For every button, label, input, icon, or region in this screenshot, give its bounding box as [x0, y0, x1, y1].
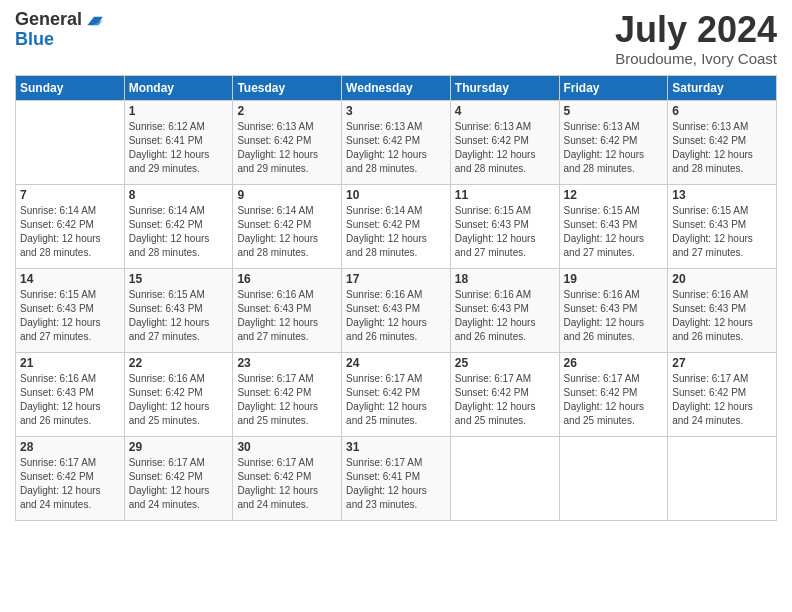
calendar-cell: 28Sunrise: 6:17 AM Sunset: 6:42 PM Dayli…: [16, 436, 125, 520]
day-info: Sunrise: 6:16 AM Sunset: 6:43 PM Dayligh…: [564, 288, 664, 344]
day-number: 16: [237, 272, 337, 286]
calendar-cell: [450, 436, 559, 520]
day-info: Sunrise: 6:14 AM Sunset: 6:42 PM Dayligh…: [346, 204, 446, 260]
logo: General Blue: [15, 10, 104, 50]
calendar-cell: 27Sunrise: 6:17 AM Sunset: 6:42 PM Dayli…: [668, 352, 777, 436]
day-number: 14: [20, 272, 120, 286]
header-day-saturday: Saturday: [668, 75, 777, 100]
day-info: Sunrise: 6:16 AM Sunset: 6:43 PM Dayligh…: [672, 288, 772, 344]
day-number: 28: [20, 440, 120, 454]
calendar-cell: 11Sunrise: 6:15 AM Sunset: 6:43 PM Dayli…: [450, 184, 559, 268]
day-info: Sunrise: 6:17 AM Sunset: 6:42 PM Dayligh…: [346, 372, 446, 428]
calendar-cell: 26Sunrise: 6:17 AM Sunset: 6:42 PM Dayli…: [559, 352, 668, 436]
day-number: 2: [237, 104, 337, 118]
day-number: 24: [346, 356, 446, 370]
header-row: SundayMondayTuesdayWednesdayThursdayFrid…: [16, 75, 777, 100]
day-info: Sunrise: 6:14 AM Sunset: 6:42 PM Dayligh…: [20, 204, 120, 260]
calendar-cell: 9Sunrise: 6:14 AM Sunset: 6:42 PM Daylig…: [233, 184, 342, 268]
day-info: Sunrise: 6:13 AM Sunset: 6:42 PM Dayligh…: [237, 120, 337, 176]
calendar-table: SundayMondayTuesdayWednesdayThursdayFrid…: [15, 75, 777, 521]
week-row-5: 28Sunrise: 6:17 AM Sunset: 6:42 PM Dayli…: [16, 436, 777, 520]
day-info: Sunrise: 6:17 AM Sunset: 6:42 PM Dayligh…: [20, 456, 120, 512]
calendar-cell: 22Sunrise: 6:16 AM Sunset: 6:42 PM Dayli…: [124, 352, 233, 436]
calendar-cell: 2Sunrise: 6:13 AM Sunset: 6:42 PM Daylig…: [233, 100, 342, 184]
day-number: 15: [129, 272, 229, 286]
day-info: Sunrise: 6:15 AM Sunset: 6:43 PM Dayligh…: [20, 288, 120, 344]
calendar-cell: 25Sunrise: 6:17 AM Sunset: 6:42 PM Dayli…: [450, 352, 559, 436]
calendar-cell: 21Sunrise: 6:16 AM Sunset: 6:43 PM Dayli…: [16, 352, 125, 436]
day-number: 19: [564, 272, 664, 286]
day-number: 17: [346, 272, 446, 286]
day-number: 22: [129, 356, 229, 370]
day-number: 4: [455, 104, 555, 118]
calendar-cell: 14Sunrise: 6:15 AM Sunset: 6:43 PM Dayli…: [16, 268, 125, 352]
day-number: 26: [564, 356, 664, 370]
day-info: Sunrise: 6:17 AM Sunset: 6:42 PM Dayligh…: [672, 372, 772, 428]
day-info: Sunrise: 6:17 AM Sunset: 6:41 PM Dayligh…: [346, 456, 446, 512]
calendar-cell: 20Sunrise: 6:16 AM Sunset: 6:43 PM Dayli…: [668, 268, 777, 352]
week-row-1: 1Sunrise: 6:12 AM Sunset: 6:41 PM Daylig…: [16, 100, 777, 184]
day-number: 5: [564, 104, 664, 118]
calendar-cell: 19Sunrise: 6:16 AM Sunset: 6:43 PM Dayli…: [559, 268, 668, 352]
day-info: Sunrise: 6:12 AM Sunset: 6:41 PM Dayligh…: [129, 120, 229, 176]
calendar-cell: 30Sunrise: 6:17 AM Sunset: 6:42 PM Dayli…: [233, 436, 342, 520]
day-number: 21: [20, 356, 120, 370]
calendar-cell: 8Sunrise: 6:14 AM Sunset: 6:42 PM Daylig…: [124, 184, 233, 268]
calendar-cell: 12Sunrise: 6:15 AM Sunset: 6:43 PM Dayli…: [559, 184, 668, 268]
calendar-cell: 18Sunrise: 6:16 AM Sunset: 6:43 PM Dayli…: [450, 268, 559, 352]
day-number: 9: [237, 188, 337, 202]
day-number: 8: [129, 188, 229, 202]
day-number: 6: [672, 104, 772, 118]
calendar-cell: 10Sunrise: 6:14 AM Sunset: 6:42 PM Dayli…: [342, 184, 451, 268]
day-number: 30: [237, 440, 337, 454]
day-info: Sunrise: 6:16 AM Sunset: 6:43 PM Dayligh…: [455, 288, 555, 344]
header-day-wednesday: Wednesday: [342, 75, 451, 100]
day-info: Sunrise: 6:14 AM Sunset: 6:42 PM Dayligh…: [237, 204, 337, 260]
calendar-cell: [16, 100, 125, 184]
header-day-monday: Monday: [124, 75, 233, 100]
calendar-cell: 31Sunrise: 6:17 AM Sunset: 6:41 PM Dayli…: [342, 436, 451, 520]
day-number: 18: [455, 272, 555, 286]
calendar-cell: 3Sunrise: 6:13 AM Sunset: 6:42 PM Daylig…: [342, 100, 451, 184]
day-info: Sunrise: 6:15 AM Sunset: 6:43 PM Dayligh…: [455, 204, 555, 260]
month-title: July 2024: [615, 10, 777, 50]
day-number: 12: [564, 188, 664, 202]
day-number: 20: [672, 272, 772, 286]
calendar-cell: 15Sunrise: 6:15 AM Sunset: 6:43 PM Dayli…: [124, 268, 233, 352]
day-info: Sunrise: 6:16 AM Sunset: 6:43 PM Dayligh…: [346, 288, 446, 344]
calendar-cell: 1Sunrise: 6:12 AM Sunset: 6:41 PM Daylig…: [124, 100, 233, 184]
header-day-friday: Friday: [559, 75, 668, 100]
day-info: Sunrise: 6:15 AM Sunset: 6:43 PM Dayligh…: [564, 204, 664, 260]
calendar-cell: 29Sunrise: 6:17 AM Sunset: 6:42 PM Dayli…: [124, 436, 233, 520]
calendar-cell: 6Sunrise: 6:13 AM Sunset: 6:42 PM Daylig…: [668, 100, 777, 184]
calendar-cell: 16Sunrise: 6:16 AM Sunset: 6:43 PM Dayli…: [233, 268, 342, 352]
header-day-thursday: Thursday: [450, 75, 559, 100]
day-info: Sunrise: 6:13 AM Sunset: 6:42 PM Dayligh…: [672, 120, 772, 176]
day-info: Sunrise: 6:16 AM Sunset: 6:43 PM Dayligh…: [237, 288, 337, 344]
calendar-cell: [668, 436, 777, 520]
week-row-4: 21Sunrise: 6:16 AM Sunset: 6:43 PM Dayli…: [16, 352, 777, 436]
day-number: 31: [346, 440, 446, 454]
week-row-2: 7Sunrise: 6:14 AM Sunset: 6:42 PM Daylig…: [16, 184, 777, 268]
day-info: Sunrise: 6:17 AM Sunset: 6:42 PM Dayligh…: [237, 456, 337, 512]
calendar-cell: [559, 436, 668, 520]
day-number: 27: [672, 356, 772, 370]
day-number: 10: [346, 188, 446, 202]
day-number: 23: [237, 356, 337, 370]
day-number: 11: [455, 188, 555, 202]
day-number: 7: [20, 188, 120, 202]
calendar-cell: 5Sunrise: 6:13 AM Sunset: 6:42 PM Daylig…: [559, 100, 668, 184]
day-info: Sunrise: 6:13 AM Sunset: 6:42 PM Dayligh…: [564, 120, 664, 176]
day-info: Sunrise: 6:15 AM Sunset: 6:43 PM Dayligh…: [672, 204, 772, 260]
day-info: Sunrise: 6:14 AM Sunset: 6:42 PM Dayligh…: [129, 204, 229, 260]
calendar-cell: 7Sunrise: 6:14 AM Sunset: 6:42 PM Daylig…: [16, 184, 125, 268]
calendar-cell: 24Sunrise: 6:17 AM Sunset: 6:42 PM Dayli…: [342, 352, 451, 436]
location: Broudoume, Ivory Coast: [615, 50, 777, 67]
calendar-cell: 4Sunrise: 6:13 AM Sunset: 6:42 PM Daylig…: [450, 100, 559, 184]
day-info: Sunrise: 6:13 AM Sunset: 6:42 PM Dayligh…: [346, 120, 446, 176]
week-row-3: 14Sunrise: 6:15 AM Sunset: 6:43 PM Dayli…: [16, 268, 777, 352]
day-number: 1: [129, 104, 229, 118]
day-info: Sunrise: 6:16 AM Sunset: 6:42 PM Dayligh…: [129, 372, 229, 428]
header-day-sunday: Sunday: [16, 75, 125, 100]
svg-marker-0: [87, 17, 102, 26]
